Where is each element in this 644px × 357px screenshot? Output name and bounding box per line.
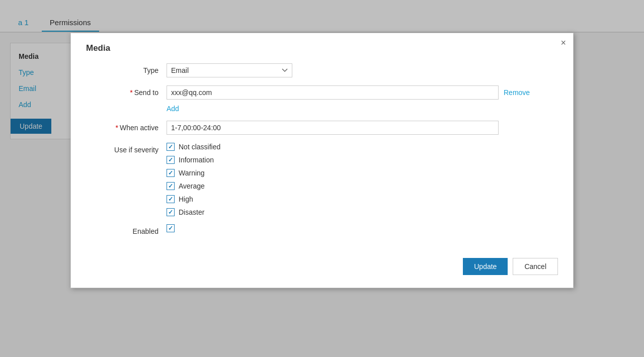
when-active-label: *When active	[86, 121, 167, 132]
severity-label-information: Information	[179, 156, 214, 164]
media-modal: × Media Type Email SMS Jabber Webhook *S…	[70, 33, 574, 288]
type-select[interactable]: Email SMS Jabber Webhook	[167, 63, 292, 77]
severity-item-average: Average	[167, 182, 558, 190]
severity-item-high: High	[167, 195, 558, 203]
severity-label-high: High	[179, 195, 193, 203]
severity-row: Use if severity Not classified Informati…	[86, 143, 558, 216]
severity-item-not-classified: Not classified	[167, 143, 558, 151]
send-to-required: *	[130, 88, 132, 97]
enabled-row: Enabled	[86, 224, 558, 235]
severity-item-warning: Warning	[167, 169, 558, 177]
modal-overlay: × Media Type Email SMS Jabber Webhook *S…	[0, 0, 644, 357]
modal-close-button[interactable]: ×	[560, 38, 566, 47]
send-to-row: *Send to Remove Add	[86, 85, 558, 113]
severity-item-disaster: Disaster	[167, 208, 558, 216]
severity-checkbox-average[interactable]	[167, 182, 175, 190]
update-button[interactable]: Update	[463, 258, 508, 275]
severity-checkbox-warning[interactable]	[167, 169, 175, 177]
remove-link[interactable]: Remove	[504, 88, 530, 97]
severity-checkbox-high[interactable]	[167, 195, 175, 203]
type-control: Email SMS Jabber Webhook	[167, 63, 558, 77]
modal-footer: Update Cancel	[86, 250, 558, 275]
send-to-control: Remove Add	[167, 85, 558, 113]
send-to-input-row: Remove	[167, 85, 558, 100]
severity-label-average: Average	[179, 182, 205, 190]
severity-label: Use if severity	[86, 143, 167, 154]
enabled-label: Enabled	[86, 224, 167, 235]
when-active-required: *	[116, 124, 118, 132]
send-to-input[interactable]	[167, 85, 499, 100]
send-to-label: *Send to	[86, 85, 167, 97]
severity-label-disaster: Disaster	[179, 208, 204, 216]
severity-item-information: Information	[167, 156, 558, 164]
severity-checkbox-disaster[interactable]	[167, 208, 175, 216]
severity-control: Not classified Information Warning Avera…	[167, 143, 558, 216]
enabled-control	[167, 224, 558, 232]
type-row: Type Email SMS Jabber Webhook	[86, 63, 558, 77]
enabled-checkbox[interactable]	[167, 224, 175, 232]
severity-label-not-classified: Not classified	[179, 143, 220, 151]
when-active-input[interactable]	[167, 121, 499, 135]
add-send-to-link[interactable]: Add	[167, 105, 179, 113]
severity-checkbox-not-classified[interactable]	[167, 143, 175, 151]
severity-checkbox-information[interactable]	[167, 156, 175, 164]
severity-list: Not classified Information Warning Avera…	[167, 143, 558, 216]
severity-label-warning: Warning	[179, 169, 205, 177]
when-active-control	[167, 121, 558, 135]
cancel-button[interactable]: Cancel	[513, 258, 558, 275]
type-label: Type	[86, 63, 167, 74]
when-active-row: *When active	[86, 121, 558, 135]
modal-title: Media	[86, 43, 558, 53]
